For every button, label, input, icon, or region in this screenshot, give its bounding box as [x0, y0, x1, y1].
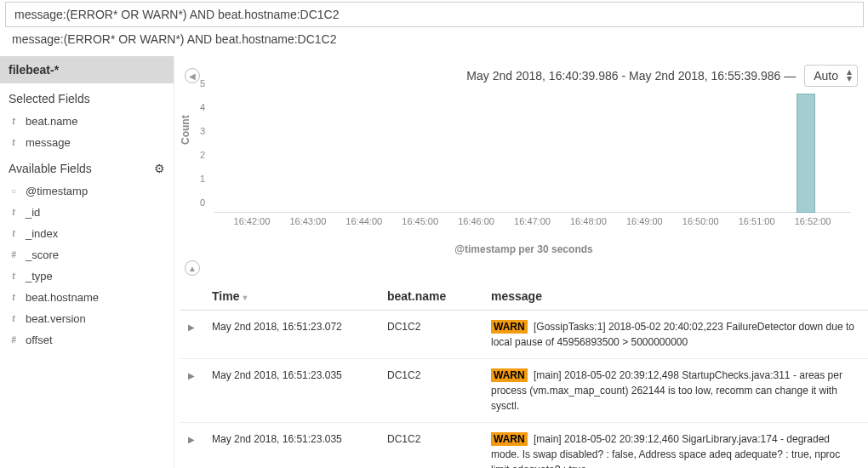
field-name: message [26, 136, 71, 149]
cell-message: WARN [main] 2018-05-02 20:39:12,498 Star… [491, 368, 859, 414]
sidebar: filebeat-* Selected Fields tbeat.nametme… [0, 56, 174, 468]
sort-desc-icon: ▼ [241, 294, 248, 302]
field-name: _id [26, 206, 40, 219]
x-tick: 16:47:00 [514, 216, 551, 226]
field-name: beat.name [26, 115, 77, 128]
gear-icon[interactable]: ⚙ [154, 162, 165, 175]
cell-time: May 2nd 2018, 16:51:23.035 [212, 431, 387, 468]
field-type-icon: t [9, 138, 19, 147]
search-input[interactable] [5, 2, 864, 27]
col-message-header[interactable]: message [491, 289, 859, 303]
field-type-icon: t [9, 117, 19, 126]
cell-beat-name: DC1C2 [387, 431, 491, 468]
cell-beat-name: DC1C2 [387, 368, 491, 414]
y-tick: 2 [200, 150, 205, 160]
index-pattern[interactable]: filebeat-* [0, 56, 174, 83]
field-name: beat.version [26, 312, 86, 325]
available-field[interactable]: #offset [0, 329, 174, 351]
available-field[interactable]: ○@timestamp [0, 180, 174, 202]
field-type-icon: t [9, 208, 19, 217]
table-header: Time▼ beat.name message [180, 276, 868, 311]
interval-select[interactable]: Auto ▴▾ [804, 65, 858, 87]
available-field[interactable]: #_score [0, 244, 174, 265]
chevron-updown-icon: ▴▾ [847, 68, 852, 82]
col-beat-header[interactable]: beat.name [387, 289, 491, 303]
histogram-chart[interactable]: Count 01234516:42:0016:43:0016:44:0016:4… [183, 94, 859, 247]
y-tick: 5 [200, 78, 205, 88]
field-type-icon: t [9, 314, 19, 323]
field-type-icon: # [9, 250, 19, 260]
table-row: ▶May 2nd 2018, 16:51:23.035DC1C2WARN [ma… [180, 423, 868, 468]
available-field[interactable]: tbeat.hostname [0, 287, 174, 308]
x-tick: 16:43:00 [289, 216, 326, 226]
x-tick: 16:51:00 [739, 216, 775, 226]
field-name: @timestamp [26, 185, 88, 197]
main-content: ◀ May 2nd 2018, 16:40:39.986 - May 2nd 2… [174, 56, 868, 468]
x-tick: 16:50:00 [682, 216, 719, 226]
table-row: ▶May 2nd 2018, 16:51:23.072DC1C2WARN [Go… [180, 311, 868, 359]
time-range: May 2nd 2018, 16:40:39.986 - May 2nd 201… [466, 69, 796, 83]
expand-icon[interactable]: ▲ [185, 260, 200, 276]
x-tick: 16:52:00 [795, 216, 831, 226]
available-fields-label: Available Fields [9, 162, 92, 175]
selected-field[interactable]: tmessage [0, 132, 174, 153]
x-tick: 16:45:00 [402, 216, 438, 226]
x-tick: 16:49:00 [626, 216, 663, 226]
y-tick: 1 [200, 174, 205, 184]
x-tick: 16:44:00 [345, 216, 382, 226]
cell-time: May 2nd 2018, 16:51:23.072 [212, 319, 387, 350]
field-name: beat.hostname [26, 291, 99, 304]
field-name: _index [26, 227, 58, 240]
field-name: offset [26, 334, 53, 346]
cell-beat-name: DC1C2 [387, 319, 491, 350]
cell-message: WARN [GossipTasks:1] 2018-05-02 20:40:02… [491, 319, 859, 350]
histogram-bar[interactable] [797, 94, 815, 213]
collapse-icon[interactable]: ◀ [185, 68, 200, 83]
cell-time: May 2nd 2018, 16:51:23.035 [212, 368, 387, 414]
selected-field[interactable]: tbeat.name [0, 111, 174, 132]
table-row: ▶May 2nd 2018, 16:51:23.035DC1C2WARN [ma… [180, 359, 868, 423]
search-suggestion[interactable]: message:(ERROR* OR WARN*) AND beat.hostn… [0, 27, 868, 51]
field-name: _type [26, 270, 53, 283]
field-type-icon: t [9, 293, 19, 302]
selected-fields-label: Selected Fields [0, 83, 174, 111]
col-time-header[interactable]: Time▼ [212, 289, 387, 303]
expand-row-icon[interactable]: ▶ [188, 319, 212, 350]
interval-label: Auto [814, 69, 838, 83]
field-type-icon: t [9, 229, 19, 238]
x-tick: 16:42:00 [234, 216, 271, 226]
y-tick: 3 [200, 126, 205, 136]
y-tick: 4 [200, 102, 205, 112]
field-name: _score [26, 248, 59, 261]
x-tick: 16:46:00 [458, 216, 494, 226]
y-tick: 0 [200, 197, 205, 208]
available-field[interactable]: tbeat.version [0, 308, 174, 329]
field-type-icon: ○ [9, 186, 19, 196]
y-axis-label: Count [180, 115, 191, 145]
x-tick: 16:48:00 [570, 216, 607, 226]
field-type-icon: # [9, 335, 19, 345]
warn-badge: WARN [491, 432, 528, 446]
available-field[interactable]: t_index [0, 223, 174, 244]
expand-row-icon[interactable]: ▶ [188, 431, 212, 468]
cell-message: WARN [main] 2018-05-02 20:39:12,460 Siga… [491, 431, 859, 468]
warn-badge: WARN [491, 320, 528, 334]
field-type-icon: t [9, 271, 19, 281]
expand-row-icon[interactable]: ▶ [188, 368, 212, 414]
available-field[interactable]: t_id [0, 202, 174, 223]
warn-badge: WARN [491, 368, 528, 382]
available-field[interactable]: t_type [0, 265, 174, 287]
